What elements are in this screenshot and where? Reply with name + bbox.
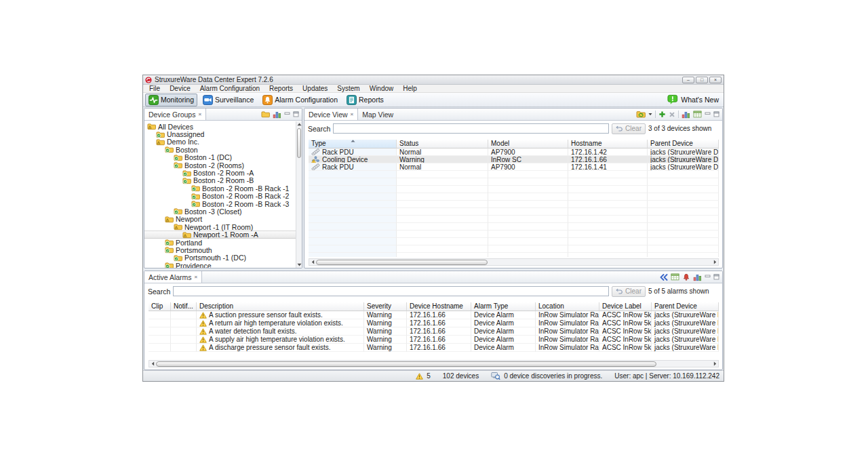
tree-item[interactable]: Boston -2 (Rooms) [144, 161, 296, 169]
device-clear-button[interactable]: Clear [612, 123, 646, 134]
chart-button[interactable] [682, 111, 690, 119]
menu-item-system[interactable]: System [332, 85, 364, 92]
panel-maximize-button[interactable] [293, 111, 299, 117]
toolbar-button-reports[interactable]: Reports [343, 94, 387, 106]
column-header-status[interactable]: Status [397, 140, 488, 148]
column-header-alarm-type[interactable]: Alarm Type [471, 302, 536, 311]
chevron-down-icon[interactable] [648, 113, 652, 116]
scroll-right-icon[interactable] [711, 259, 718, 265]
toolbar-button-alarm-configuration[interactable]: Alarm Configuration [259, 94, 341, 106]
panel-maximize-button[interactable] [713, 274, 719, 280]
group-sync-button[interactable] [636, 111, 646, 118]
remove-device-button[interactable] [669, 111, 675, 118]
table-view-button[interactable] [693, 111, 702, 118]
tab-close-icon[interactable]: × [351, 111, 354, 117]
tab-close-icon[interactable]: × [195, 274, 198, 280]
column-header-parent-device[interactable]: Parent Device [648, 140, 719, 148]
whats-new-button[interactable]: What's New [667, 94, 722, 105]
tab-map-view[interactable]: Map View [358, 108, 397, 120]
scrollbar-thumb[interactable] [297, 128, 301, 158]
device-search-input[interactable] [333, 123, 609, 134]
table-cell: 172.16.1.66 [407, 311, 471, 319]
menu-item-reports[interactable]: Reports [264, 85, 298, 92]
table-view-button[interactable] [671, 273, 679, 281]
alarms-horizontal-scrollbar[interactable] [149, 360, 719, 367]
column-header-location[interactable]: Location [536, 302, 599, 311]
panel-minimize-button[interactable] [705, 274, 711, 280]
alarms-search-input[interactable] [173, 286, 609, 296]
tree-item[interactable]: Boston -2 Room -A [144, 169, 296, 176]
tree-item[interactable]: Newport -1 Room -A [144, 231, 296, 238]
tab-device-groups[interactable]: Device Groups × [144, 108, 206, 120]
alarm-row[interactable]: A supply air high temperature violation … [149, 336, 719, 344]
panel-maximize-button[interactable] [713, 111, 719, 117]
tab-device-view-label: Device View [309, 111, 348, 119]
scroll-left-icon[interactable] [309, 259, 316, 265]
window-minimize-button[interactable]: – [682, 77, 694, 83]
panel-minimize-button[interactable] [705, 111, 711, 117]
alarm-row[interactable]: A water detection fault exists.Warning17… [149, 327, 719, 336]
tab-active-alarms[interactable]: Active Alarms × [144, 271, 202, 283]
table-row[interactable]: Cooling DeviceWarningInRow SC172.16.1.66… [309, 156, 719, 163]
column-header-clip[interactable]: Clip [149, 302, 171, 311]
table-row[interactable]: Rack PDUNormalAP7900172.16.1.42jacks (St… [309, 148, 719, 156]
column-header-severity[interactable]: Severity [364, 302, 407, 311]
alarm-row[interactable]: A return air high temperature violation … [149, 319, 719, 327]
chart-button[interactable] [273, 111, 281, 119]
device-horizontal-scrollbar[interactable] [309, 258, 719, 266]
column-header-description[interactable]: Description [197, 302, 364, 311]
column-header-type[interactable]: Type [309, 140, 397, 148]
tree-item[interactable]: Boston -2 Room -B Rack -1 [144, 184, 296, 192]
tree-item[interactable]: Boston -2 Room -B Rack -2 [144, 193, 296, 200]
toolbar-button-surveillance[interactable]: Surveillance [199, 94, 257, 106]
tree-item[interactable]: Newport [144, 216, 296, 223]
window-maximize-button[interactable]: □ [696, 77, 708, 83]
scroll-left-icon[interactable] [149, 361, 156, 367]
tree-item[interactable]: Demo Inc. [144, 138, 296, 146]
menu-item-file[interactable]: File [144, 85, 165, 92]
column-header-parent-device[interactable]: Parent Device [652, 302, 719, 311]
tab-device-view[interactable]: Device View × [304, 108, 358, 120]
alarm-row[interactable]: A suction pressure sensor fault exists.W… [149, 311, 719, 319]
tree-item[interactable]: All Devices [144, 123, 296, 130]
tree-item[interactable]: Providence [144, 262, 296, 268]
tree-item[interactable]: Boston -1 (DC) [144, 154, 296, 161]
create-group-button[interactable] [261, 111, 270, 118]
tree-item[interactable]: Portland [144, 239, 296, 246]
tree-item[interactable]: Boston -3 (Closet) [144, 207, 296, 215]
column-header-device-label[interactable]: Device Label [599, 302, 652, 311]
tree-item[interactable]: Boston -2 Room -B Rack -3 [144, 200, 296, 207]
chart-button[interactable] [693, 273, 702, 281]
tree-item[interactable]: Portsmouth [144, 246, 296, 254]
menu-item-window[interactable]: Window [365, 85, 399, 92]
scrollbar-thumb[interactable] [316, 260, 488, 265]
alarm-row[interactable]: A discharge pressure sensor fault exists… [149, 344, 719, 352]
tree-item[interactable]: Boston -2 Room -B [144, 177, 296, 184]
tree-vertical-scrollbar[interactable] [296, 121, 302, 268]
tree-item[interactable]: Boston [144, 146, 296, 153]
scroll-right-icon[interactable] [711, 361, 718, 367]
collapse-all-button[interactable] [660, 274, 668, 281]
menu-item-alarm-configuration[interactable]: Alarm Configuration [195, 85, 264, 92]
table-row[interactable]: Rack PDUNormalAP7900172.16.1.41jacks (St… [309, 163, 719, 171]
scrollbar-thumb[interactable] [156, 361, 656, 367]
tree-item[interactable]: Newport -1 (IT Room) [144, 223, 296, 231]
tree-item[interactable]: Unassigned [144, 130, 296, 138]
column-header-notif[interactable]: Notif... [171, 302, 197, 311]
window-close-button[interactable]: × [709, 77, 722, 83]
tree-item[interactable]: Portsmouth -1 (DC) [144, 254, 296, 262]
column-header-device-hostname[interactable]: Device Hostname [407, 302, 471, 311]
panel-minimize-button[interactable] [284, 111, 290, 117]
tab-close-icon[interactable]: × [198, 111, 201, 117]
menu-item-updates[interactable]: Updates [298, 85, 332, 92]
scroll-down-icon[interactable] [296, 262, 302, 268]
toolbar-button-monitoring[interactable]: Monitoring [145, 94, 197, 106]
menu-item-help[interactable]: Help [398, 85, 422, 92]
column-header-hostname[interactable]: Hostname [568, 140, 648, 148]
menu-item-device[interactable]: Device [165, 85, 195, 92]
add-device-button[interactable] [658, 111, 666, 118]
alarm-history-button[interactable] [682, 273, 690, 281]
alarms-clear-button[interactable]: Clear [612, 286, 646, 297]
scroll-up-icon[interactable] [296, 121, 302, 127]
column-header-model[interactable]: Model [488, 140, 568, 148]
